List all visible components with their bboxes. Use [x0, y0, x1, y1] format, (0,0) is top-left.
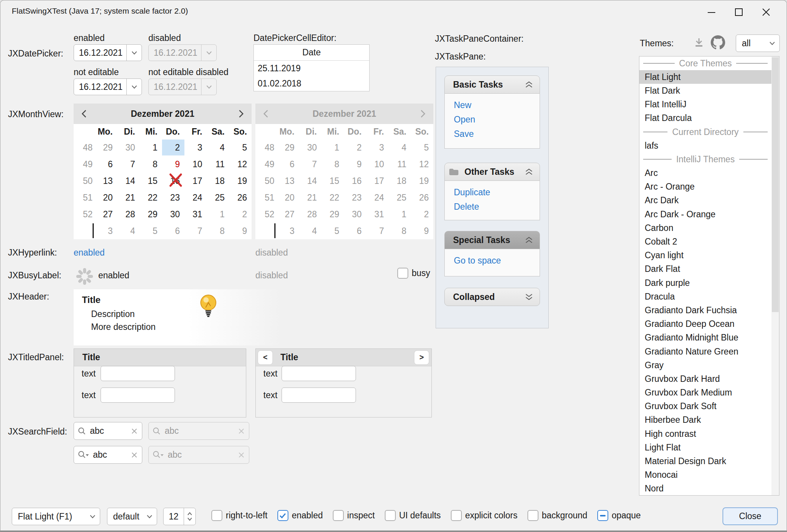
themes-list[interactable]: Core ThemesFlat LightFlat DarkFlat Intel…: [639, 56, 779, 496]
day-cell[interactable]: 7: [184, 223, 207, 239]
font-size-spinner-buttons[interactable]: [184, 508, 195, 525]
searchfield-menu-enabled-value[interactable]: abc: [93, 450, 127, 460]
day-cell[interactable]: 6: [95, 156, 117, 172]
checkbox-ui-defaults[interactable]: UI defaults: [385, 510, 441, 521]
day-cell[interactable]: 23: [162, 190, 184, 206]
checkbox-box[interactable]: [211, 510, 222, 521]
day-cell[interactable]: 13: [95, 173, 117, 189]
checkbox-inspect[interactable]: inspect: [333, 510, 375, 521]
theme-list-item[interactable]: Gradianto Deep Ocean: [639, 317, 771, 331]
theme-list-item[interactable]: Monocai: [639, 468, 771, 482]
day-cell[interactable]: 1: [140, 140, 162, 155]
taskpane-title[interactable]: Collapsed: [444, 288, 540, 306]
clear-icon[interactable]: [131, 428, 137, 434]
cell-editor-column-header[interactable]: Date: [254, 45, 369, 61]
day-cell[interactable]: 15: [140, 173, 162, 189]
theme-list-item[interactable]: Nord: [639, 482, 771, 496]
laf-combo[interactable]: Flat Light (F1): [12, 508, 100, 525]
day-cell[interactable]: 21: [117, 190, 140, 206]
theme-list-item[interactable]: Gruvbox Dark Hard: [639, 372, 771, 386]
theme-list-item[interactable]: Cyan light: [639, 249, 771, 262]
day-cell[interactable]: 8: [140, 156, 162, 172]
theme-list-item[interactable]: Gray: [639, 358, 771, 372]
taskpane-title[interactable]: Other Tasks: [444, 163, 540, 181]
minimize-button[interactable]: [702, 5, 721, 19]
taskpane-collapse-button[interactable]: [524, 168, 534, 176]
checkbox-box[interactable]: [597, 510, 608, 521]
day-cell[interactable]: 24: [184, 190, 207, 206]
day-cell[interactable]: 2: [229, 206, 252, 222]
monthview-enabled[interactable]: Dezember 2021Mo.Di.Mi.Do.Fr.Sa.So.482930…: [74, 104, 252, 239]
theme-list-item[interactable]: Gradianto Midnight Blue: [639, 331, 771, 345]
day-cell[interactable]: 31: [184, 206, 207, 222]
font-size-spinner[interactable]: 12: [163, 508, 196, 525]
github-button[interactable]: [711, 35, 725, 52]
day-cell[interactable]: 4: [207, 140, 229, 155]
theme-list-item[interactable]: Flat Darcula: [639, 111, 771, 125]
theme-list-item[interactable]: Dracula: [639, 290, 771, 303]
taskpane-collapse-button[interactable]: [524, 81, 534, 88]
close-window-button[interactable]: [757, 5, 775, 19]
theme-list-item[interactable]: Gruvbox Dark Soft: [639, 400, 771, 413]
taskpane-link[interactable]: Save: [454, 129, 540, 140]
themes-scrollbar[interactable]: [771, 56, 779, 495]
taskpane-link[interactable]: Go to space: [454, 255, 540, 266]
checkbox-box[interactable]: [451, 510, 462, 521]
themes-filter-combo[interactable]: all: [736, 35, 780, 52]
cell-editor-row[interactable]: 25.11.2019: [254, 61, 369, 76]
taskpane-link[interactable]: Open: [454, 114, 540, 125]
theme-list-item[interactable]: Gradianto Dark Fuchsia: [639, 303, 771, 317]
taskpane-link[interactable]: Delete: [454, 201, 540, 212]
hyperlink-enabled[interactable]: enabled: [74, 248, 105, 258]
checkbox-enabled[interactable]: enabled: [277, 510, 323, 521]
titledpanel-1-field1-input[interactable]: [101, 366, 175, 381]
checkbox-box[interactable]: [527, 510, 538, 521]
theme-list-item[interactable]: Carbon: [639, 221, 771, 235]
day-cell[interactable]: 17: [184, 173, 207, 189]
checkbox-box[interactable]: [277, 510, 288, 521]
theme-list-item[interactable]: Gruvbox Dark Medium: [639, 386, 771, 400]
maximize-button[interactable]: [730, 5, 748, 19]
day-cell[interactable]: 11: [207, 156, 229, 172]
day-cell[interactable]: 9: [229, 223, 252, 239]
titledpanel-prev-button[interactable]: <: [258, 350, 273, 365]
datepicker-enabled[interactable]: 16.12.2021: [74, 44, 142, 61]
taskpane-collapse-button[interactable]: [524, 293, 534, 301]
busy-checkbox[interactable]: busy: [397, 268, 430, 279]
theme-list-item[interactable]: Arc Dark: [639, 194, 771, 207]
day-cell[interactable]: 3: [95, 223, 117, 239]
searchfield-menu-enabled[interactable]: abc: [74, 446, 142, 464]
day-cell[interactable]: 29: [140, 206, 162, 222]
taskpane-collapse-button[interactable]: [524, 236, 534, 244]
theme-list-item[interactable]: Dark purple: [639, 276, 771, 290]
theme-list-item[interactable]: Flat Light: [639, 70, 771, 84]
font-size-value[interactable]: 12: [164, 508, 184, 525]
checkbox-opaque[interactable]: opaque: [597, 510, 641, 521]
datepicker-enabled-value[interactable]: 16.12.2021: [74, 45, 126, 61]
taskpane-title[interactable]: Basic Tasks: [444, 75, 540, 94]
day-cell[interactable]: 5: [140, 223, 162, 239]
day-cell[interactable]: 22: [140, 190, 162, 206]
theme-list-item[interactable]: Arc: [639, 166, 771, 180]
titledpanel-2-field1-input[interactable]: [282, 366, 356, 381]
titledpanel-next-button[interactable]: >: [414, 350, 429, 365]
cell-editor-table[interactable]: Date 25.11.201901.02.2018: [253, 44, 370, 91]
day-cell[interactable]: 9: [162, 156, 184, 172]
theme-list-item[interactable]: Hiberbee Dark: [639, 413, 771, 427]
day-cell[interactable]: 30: [117, 140, 140, 155]
day-cell[interactable]: 12: [229, 156, 252, 172]
titledpanel-2-field2-input[interactable]: [282, 388, 356, 403]
taskpane-title[interactable]: Special Tasks: [444, 231, 540, 249]
busy-checkbox-box[interactable]: [397, 268, 408, 279]
theme-list-item[interactable]: Material Design Dark: [639, 454, 771, 468]
day-cell[interactable]: 16: [162, 173, 184, 189]
theme-list-item[interactable]: Light Flat: [639, 441, 771, 454]
day-cell[interactable]: 14: [117, 173, 140, 189]
day-cell[interactable]: 1: [207, 206, 229, 222]
checkbox-box[interactable]: [385, 510, 396, 521]
day-cell[interactable]: 7: [117, 156, 140, 172]
theme-list-item[interactable]: Dark Flat: [639, 262, 771, 276]
day-cell[interactable]: 30: [162, 206, 184, 222]
titledpanel-1-field2-input[interactable]: [101, 388, 175, 403]
day-cell[interactable]: 19: [229, 173, 252, 189]
